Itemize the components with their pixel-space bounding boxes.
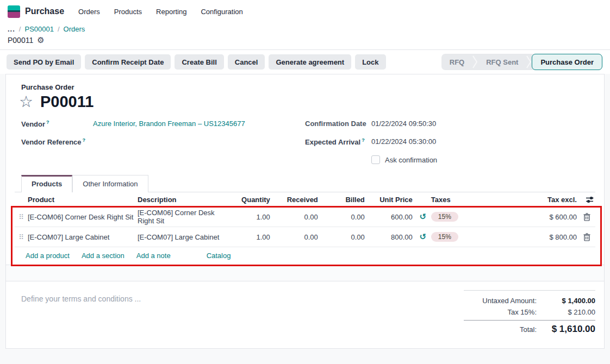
breadcrumb-current: P00011 [8, 36, 33, 45]
ask-confirmation-label: Ask confirmation [385, 156, 437, 164]
price-history-icon[interactable]: ↺ [415, 212, 431, 222]
nav-orders[interactable]: Orders [78, 8, 100, 16]
send-po-by-email-button[interactable]: Send PO by Email [7, 54, 81, 70]
status-step-rfq-sent[interactable]: RFQ Sent [478, 54, 526, 70]
create-bill-button[interactable]: Create Bill [175, 54, 223, 70]
column-received[interactable]: Received [272, 196, 320, 204]
expected-arrival-label: Expected Arrival? [305, 137, 371, 146]
table-header-row: Product Description Quantity Received Bi… [15, 192, 595, 207]
gear-icon[interactable]: ⚙ [37, 35, 44, 45]
status-step-purchase-order[interactable]: Purchase Order [532, 54, 602, 70]
confirmation-date-value[interactable]: 01/22/2024 09:50:30 [371, 120, 436, 128]
breadcrumb-separator: / [58, 25, 60, 33]
table-row[interactable]: ⠿ [E-COM06] Corner Desk Right Sit [E-COM… [15, 207, 595, 227]
breadcrumb-ellipsis[interactable]: ... [8, 25, 15, 33]
favorite-star-icon[interactable]: ☆ [19, 94, 33, 110]
add-a-section-link[interactable]: Add a section [82, 252, 125, 260]
confirm-receipt-date-button[interactable]: Confirm Receipt Date [85, 54, 171, 70]
cell-received[interactable]: 0.00 [272, 213, 320, 221]
tax-value: $ 210.00 [537, 308, 595, 316]
help-icon: ? [83, 137, 86, 143]
help-icon: ? [46, 120, 49, 125]
cell-description[interactable]: [E-COM07] Large Cabinet [138, 233, 228, 241]
catalog-link[interactable]: Catalog [207, 252, 231, 260]
confirmation-date-label: Confirmation Date [305, 120, 371, 128]
column-quantity[interactable]: Quantity [228, 196, 272, 204]
column-unit-price[interactable]: Unit Price [367, 196, 415, 204]
app-name: Purchase [25, 7, 64, 16]
total-label: Total: [520, 325, 537, 334]
action-bar: Send PO by Email Confirm Receipt Date Cr… [0, 49, 610, 74]
terms-and-conditions-input[interactable]: Define your terms and conditions ... [21, 294, 141, 336]
breadcrumb-separator: / [19, 25, 21, 33]
table-row[interactable]: ⠿ [E-COM07] Large Cabinet [E-COM07] Larg… [15, 227, 595, 247]
form-view: Purchase Order ☆ P00011 Vendor? Azure In… [0, 74, 610, 361]
lock-button[interactable]: Lock [355, 54, 385, 70]
cell-description[interactable]: [E-COM06] Corner Desk Right Sit [138, 209, 228, 225]
cell-quantity[interactable]: 1.00 [228, 213, 272, 221]
cell-unit-price[interactable]: 800.00 [367, 233, 415, 241]
cell-product[interactable]: [E-COM07] Large Cabinet [28, 233, 138, 241]
price-history-icon[interactable]: ↺ [415, 232, 431, 242]
tax-label: Tax 15%: [508, 308, 537, 316]
cell-unit-price[interactable]: 600.00 [367, 213, 415, 221]
nav-products[interactable]: Products [114, 8, 142, 16]
document-type-label: Purchase Order [15, 83, 595, 91]
expected-arrival-value[interactable]: 01/22/2024 05:30:00 [371, 137, 436, 146]
status-step-rfq[interactable]: RFQ [441, 54, 472, 70]
cell-received[interactable]: 0.00 [272, 233, 320, 241]
add-a-note-link[interactable]: Add a note [136, 252, 171, 260]
cell-tax-excl: $ 800.00 [501, 233, 579, 241]
vendor-label: Vendor? [21, 120, 93, 128]
column-billed[interactable]: Billed [320, 196, 367, 204]
drag-handle-icon[interactable]: ⠿ [15, 213, 28, 221]
purchase-app-icon [8, 5, 20, 18]
breadcrumb-link-ps00001[interactable]: PS00001 [24, 25, 54, 33]
chevron-right-icon [526, 54, 532, 70]
add-a-product-link[interactable]: Add a product [26, 252, 70, 260]
nav-configuration[interactable]: Configuration [201, 8, 242, 16]
cancel-button[interactable]: Cancel [228, 54, 265, 70]
notebook-tabs: Products Other Information [15, 175, 595, 192]
status-bar: RFQ RFQ Sent Purchase Order [441, 54, 602, 70]
column-description[interactable]: Description [138, 196, 228, 204]
tax-badge[interactable]: 15% [431, 212, 458, 222]
totals-block: Untaxed Amount: $ 1,400.00 Tax 15%: $ 21… [464, 290, 595, 336]
cell-taxes[interactable]: 15% [431, 232, 501, 242]
cell-quantity[interactable]: 1.00 [228, 233, 272, 241]
vendor-reference-label: Vendor Reference? [21, 137, 93, 146]
nav-reporting[interactable]: Reporting [156, 8, 186, 16]
optional-columns-icon[interactable] [579, 196, 595, 203]
cell-tax-excl: $ 600.00 [501, 213, 579, 221]
column-product[interactable]: Product [28, 196, 138, 204]
tax-badge[interactable]: 15% [431, 232, 458, 242]
app-brand[interactable]: Purchase [8, 5, 64, 18]
cell-taxes[interactable]: 15% [431, 212, 501, 222]
column-taxes[interactable]: Taxes [431, 196, 501, 204]
action-buttons: Send PO by Email Confirm Receipt Date Cr… [7, 54, 386, 70]
trash-icon[interactable] [579, 213, 595, 221]
total-value: $ 1,610.00 [537, 324, 595, 335]
ask-confirmation-checkbox[interactable] [371, 155, 380, 164]
cell-product[interactable]: [E-COM06] Corner Desk Right Sit [28, 213, 138, 221]
tab-other-information[interactable]: Other Information [72, 175, 148, 192]
table-footer-links: Add a product Add a section Add a note C… [15, 247, 595, 265]
help-icon: ? [362, 137, 365, 143]
page-title: P00011 [40, 93, 94, 111]
form-sheet: Purchase Order ☆ P00011 Vendor? Azure In… [5, 74, 605, 349]
cell-billed[interactable]: 0.00 [320, 213, 367, 221]
tab-products[interactable]: Products [21, 175, 72, 192]
drag-handle-icon[interactable]: ⠿ [15, 233, 28, 241]
field-group: Vendor? Azure Interior, Brandon Freeman … [15, 120, 595, 164]
trash-icon[interactable] [579, 233, 595, 241]
cell-billed[interactable]: 0.00 [320, 233, 367, 241]
generate-agreement-button[interactable]: Generate agreement [269, 54, 351, 70]
section-divider [6, 265, 604, 281]
untaxed-amount-label: Untaxed Amount: [482, 297, 537, 305]
order-lines-table: Product Description Quantity Received Bi… [15, 192, 595, 265]
column-tax-excl[interactable]: Tax excl. [501, 196, 579, 204]
vendor-value[interactable]: Azure Interior, Brandon Freeman – US1234… [93, 120, 245, 128]
chevron-right-icon [472, 54, 478, 70]
top-navbar: Purchase Orders Products Reporting Confi… [0, 0, 610, 23]
breadcrumb-link-orders[interactable]: Orders [64, 25, 85, 33]
